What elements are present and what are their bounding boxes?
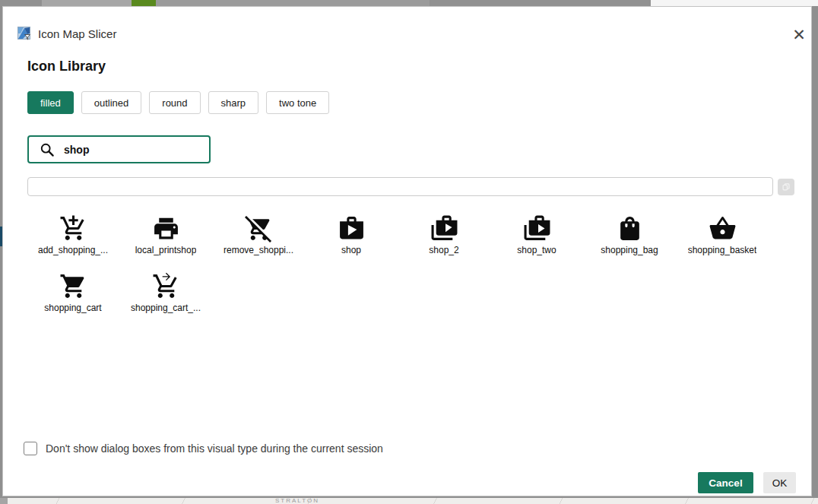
tab-filled[interactable]: filled [27,91,74,114]
icon-result-label: shopping_bag [601,245,658,255]
dialog-footer-buttons: Cancel OK [698,472,796,493]
icon-result-label: shop_two [517,245,556,255]
tab-sharp[interactable]: sharp [208,91,259,114]
icon-result-label: shopping_cart [44,303,101,313]
close-icon[interactable]: ✕ [788,24,810,46]
icon-library-heading: Icon Library [27,59,106,74]
ok-button[interactable]: OK [763,472,796,493]
selected-icon-field[interactable] [27,177,773,196]
icon-result-shopping-basket[interactable]: shopping_basket [676,209,769,267]
icon-result-add-shopping-cart[interactable]: add_shopping_... [27,209,119,267]
background-right-edge [813,6,818,498]
icon-result-label: shopping_basket [688,245,757,255]
icon-result-label: remove_shoppi... [224,245,293,255]
background-map-strip: STRALTON [0,498,818,504]
icon-search-box[interactable] [27,135,211,163]
copy-button[interactable] [778,179,794,195]
background-ribbon-segment: Arial [651,0,818,6]
background-toolbar-segment [42,0,132,6]
icon-result-label: local_printshop [135,245,197,255]
shop-2-icon [430,209,458,242]
icon-result-label: shop [341,245,361,255]
remove-shopping-cart-icon [245,209,273,242]
icon-result-shopping-cart-checkout[interactable]: shopping_cart_... [119,267,212,325]
background-toolbar-segment [156,0,430,6]
dont-show-dialogs-checkbox[interactable] [24,442,37,455]
shopping-basket-icon [709,209,737,242]
tab-two-tone[interactable]: two tone [266,91,329,114]
icon-results-grid: add_shopping_... local_printshop remove_… [27,209,772,325]
icon-result-shop[interactable]: shop [305,209,398,267]
screen: Arial STRALTON Icon Map Slicer ✕ Icon Li… [0,0,818,504]
background-green-segment [132,0,156,6]
icon-result-label: shopping_cart_... [131,303,201,313]
background-toolbar-strip: Arial [0,0,818,6]
icon-map-slicer-icon [17,27,32,41]
dont-show-dialogs-label: Don't show dialog boxes from this visual… [46,442,383,455]
local-printshop-icon [152,209,180,242]
dialog-title: Icon Map Slicer [38,27,116,40]
style-filter-tabs: filled outlined round sharp two tone [27,91,329,114]
icon-result-shopping-bag[interactable]: shopping_bag [583,209,676,267]
cancel-button[interactable]: Cancel [698,472,753,493]
background-map-label: STRALTON [275,497,319,504]
background-map-edge [0,498,8,504]
tab-round[interactable]: round [149,91,200,114]
icon-result-label: add_shopping_... [38,245,108,255]
shop-two-icon [523,209,551,242]
add-shopping-cart-icon [59,209,87,242]
search-input[interactable] [62,143,195,157]
icon-result-local-printshop[interactable]: local_printshop [119,209,212,267]
copy-icon [782,182,790,192]
shopping-bag-icon [616,209,644,242]
shopping-cart-checkout-icon [152,267,180,300]
icon-result-label: shop_2 [429,245,458,255]
icon-result-remove-shopping-cart[interactable]: remove_shoppi... [212,209,305,267]
icon-result-shopping-cart[interactable]: shopping_cart [27,267,119,325]
tab-outlined[interactable]: outlined [81,91,142,114]
shopping-cart-icon [59,267,87,300]
search-icon [40,142,55,157]
shop-icon [338,209,366,242]
icon-result-shop-2[interactable]: shop_2 [398,209,490,267]
icon-map-slicer-dialog: Icon Map Slicer ✕ Icon Library filled ou… [2,6,812,496]
icon-result-shop-two[interactable]: shop_two [490,209,583,267]
session-checkbox-row: Don't show dialog boxes from this visual… [24,442,383,455]
